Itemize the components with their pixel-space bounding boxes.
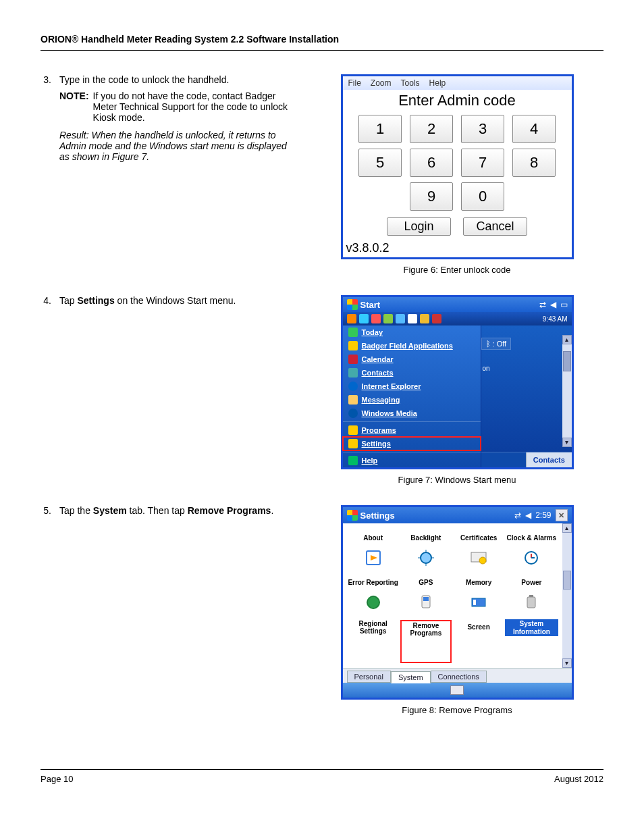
tray-icon[interactable] — [432, 314, 441, 323]
clock-label: 9:43 AM — [543, 315, 568, 323]
key-3[interactable]: 3 — [461, 115, 504, 143]
menu-calendar[interactable]: Calendar — [343, 353, 481, 366]
key-8[interactable]: 8 — [512, 149, 556, 177]
tab-system[interactable]: System — [391, 671, 431, 683]
folder-icon — [348, 341, 358, 350]
figure-7-caption: Figure 7: Windows Start menu — [398, 475, 516, 485]
menu-programs[interactable]: Programs — [343, 421, 481, 437]
menu-badger[interactable]: Badger Field Applications — [343, 339, 481, 353]
calendar-icon — [348, 355, 358, 364]
sip-bar — [343, 683, 572, 698]
key-9[interactable]: 9 — [410, 182, 453, 211]
key-4[interactable]: 4 — [512, 115, 556, 143]
settings-system-info[interactable]: System Information — [505, 619, 558, 664]
settings-title: Settings — [360, 511, 395, 521]
today-icon — [348, 328, 358, 337]
settings-power[interactable]: Power — [505, 575, 558, 615]
tray-icon[interactable] — [347, 314, 356, 323]
settings-error-reporting[interactable]: Error Reporting — [347, 575, 400, 615]
contacts-icon — [348, 368, 358, 377]
menubar: File Zoom Tools Help — [343, 76, 572, 90]
settings-remove-programs[interactable]: Remove Programs — [400, 619, 452, 664]
svg-point-8 — [479, 557, 486, 564]
menu-help[interactable]: Help — [343, 452, 481, 467]
figure-8-caption: Figure 8: Remove Programs — [402, 705, 512, 715]
settings-memory[interactable]: Memory — [452, 575, 505, 615]
key-1[interactable]: 1 — [358, 115, 402, 143]
tray-icon[interactable] — [359, 314, 369, 323]
scrollbar[interactable]: ▴ ▾ — [562, 335, 572, 447]
connectivity-icon[interactable]: ⇄ — [514, 511, 521, 520]
figure-6-device: File Zoom Tools Help Enter Admin code 1 … — [341, 74, 574, 259]
menu-help[interactable]: Help — [429, 78, 446, 88]
menu-file[interactable]: File — [348, 78, 361, 88]
menu-messaging[interactable]: Messaging — [343, 393, 481, 407]
figure-7-device: Start ⇄ ◀ ▭ 9:43 AM — [341, 295, 574, 469]
page-date: August 2012 — [554, 774, 603, 784]
figure-8-device: Settings ⇄ ◀ 2:59 ✕ About Backlight Cert… — [341, 505, 574, 700]
tray-icon[interactable] — [420, 314, 429, 323]
menu-contacts[interactable]: Contacts — [343, 366, 481, 380]
svg-rect-18 — [529, 595, 533, 597]
tab-connections[interactable]: Connections — [431, 671, 487, 683]
windows-flag-icon[interactable] — [347, 299, 358, 310]
key-7[interactable]: 7 — [461, 149, 504, 177]
step-3-number: 3. — [41, 74, 59, 162]
tray-icon[interactable] — [383, 314, 393, 323]
login-button[interactable]: Login — [387, 217, 451, 236]
settings-clock-alarms[interactable]: Clock & Alarms — [505, 530, 558, 571]
settings-screen[interactable]: Screen — [452, 619, 505, 664]
scroll-up-icon[interactable]: ▴ — [562, 335, 572, 344]
keyboard-icon[interactable] — [450, 685, 464, 695]
scroll-thumb[interactable] — [563, 571, 571, 590]
tray-icon[interactable] — [396, 314, 405, 323]
note-body: If you do not have the code, contact Bad… — [93, 90, 297, 123]
time-label: 2:59 — [535, 511, 551, 520]
settings-icon — [348, 439, 358, 448]
settings-backlight[interactable]: Backlight — [400, 530, 452, 571]
step-4-number: 4. — [41, 295, 59, 306]
close-icon[interactable]: ✕ — [556, 509, 568, 521]
menu-zoom[interactable]: Zoom — [371, 78, 392, 88]
menu-ie[interactable]: Internet Explorer — [343, 380, 481, 393]
windows-flag-icon[interactable] — [347, 510, 358, 521]
battery-icon[interactable]: ▭ — [560, 300, 568, 309]
start-label[interactable]: Start — [360, 300, 381, 310]
svg-point-2 — [421, 552, 431, 563]
scroll-down-icon[interactable]: ▾ — [562, 438, 572, 447]
key-5[interactable]: 5 — [358, 149, 402, 177]
softkey-contacts[interactable]: Contacts — [526, 452, 572, 467]
menu-tools[interactable]: Tools — [401, 78, 420, 88]
figure-6-caption: Figure 6: Enter unlock code — [404, 265, 511, 275]
scrollbar[interactable]: ▴ ▾ — [562, 523, 572, 668]
key-0[interactable]: 0 — [461, 182, 504, 211]
connectivity-icon[interactable]: ⇄ — [539, 300, 546, 309]
menu-today[interactable]: Today — [343, 325, 481, 339]
cancel-button[interactable]: Cancel — [463, 217, 527, 236]
settings-certificates[interactable]: Certificates — [452, 530, 505, 571]
key-2[interactable]: 2 — [410, 115, 453, 143]
tab-personal[interactable]: Personal — [347, 671, 391, 683]
scroll-thumb[interactable] — [563, 351, 571, 371]
programs-icon — [348, 425, 358, 435]
settings-regional[interactable]: Regional Settings — [347, 619, 400, 664]
svg-rect-14 — [423, 597, 429, 601]
version-label: v3.8.0.2 — [343, 241, 572, 257]
menu-windows-media[interactable]: Windows Media — [343, 407, 481, 420]
tray-icon[interactable] — [371, 314, 381, 323]
menu-settings[interactable]: Settings — [343, 437, 481, 450]
tray-icon[interactable] — [408, 314, 417, 323]
scroll-down-icon[interactable]: ▾ — [562, 658, 572, 668]
start-menu: Today Badger Field Applications Calendar… — [343, 325, 481, 467]
volume-icon[interactable]: ◀ — [525, 511, 531, 520]
settings-about[interactable]: About — [347, 530, 400, 571]
settings-gps[interactable]: GPS — [400, 575, 452, 615]
settings-tabs: Personal System Connections — [343, 668, 572, 683]
softkey-left[interactable] — [481, 452, 527, 467]
scroll-up-icon[interactable]: ▴ — [562, 523, 572, 533]
svg-point-12 — [367, 596, 380, 609]
step-3-result: Result: When the handheld is unlocked, i… — [59, 130, 297, 162]
step-4-text-b: on the Windows Start menu. — [115, 295, 236, 306]
volume-icon[interactable]: ◀ — [550, 300, 556, 309]
key-6[interactable]: 6 — [410, 149, 453, 177]
